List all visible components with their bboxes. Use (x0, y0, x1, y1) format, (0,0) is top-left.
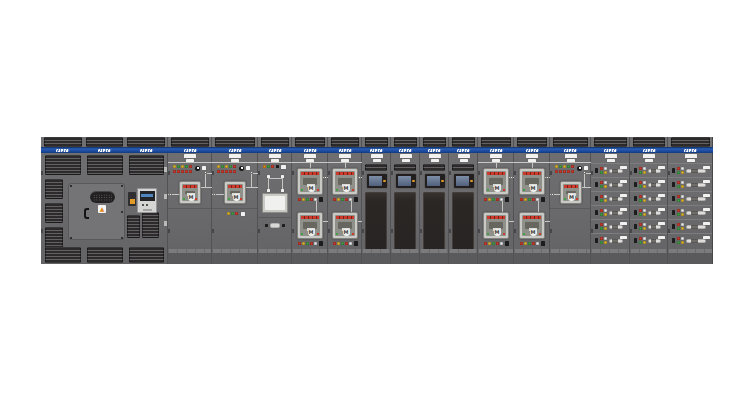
acb-double-section-2: MM (328, 137, 362, 264)
indicator-led-red (532, 242, 535, 245)
indicator-led-red (496, 198, 499, 201)
indicator-led-green (600, 213, 603, 216)
brand-band (41, 147, 713, 153)
aux-switch (541, 241, 545, 246)
door-screw (121, 211, 123, 213)
hinge-tab (164, 167, 167, 172)
feeder-switch (595, 210, 598, 215)
drawout-breaker-module: M (332, 212, 358, 239)
section-nameplate (645, 159, 653, 162)
indicator-led-green (528, 242, 531, 245)
label-tag (281, 165, 286, 169)
indicator-led-yellow (302, 198, 305, 201)
transformer-box-face (265, 196, 285, 210)
disconnect-handle (609, 169, 623, 173)
indicator-led-red (181, 170, 184, 173)
unit-label-tag (620, 236, 627, 239)
acb-double-section-4: MM (514, 137, 550, 264)
indicator-led-red (345, 242, 348, 245)
mcc-feeder-section-2 (630, 137, 668, 264)
indicator-led-white (681, 237, 684, 240)
section-nameplate (565, 154, 577, 158)
door-handle-hook (84, 208, 89, 219)
indicator-led-red (185, 170, 188, 173)
base-plinth (449, 253, 477, 264)
indicator-led-red (298, 242, 301, 245)
breaker-trip-led (576, 198, 578, 200)
motor-symbol: M (494, 229, 501, 236)
drawout-breaker-module: M (297, 168, 323, 195)
drawout-breaker-module: M (483, 212, 509, 239)
meter-screen-stripe (141, 194, 153, 197)
section-nameplate (685, 154, 697, 158)
indicator-led-yellow (681, 199, 684, 202)
indicator-led-yellow (604, 171, 607, 174)
breaker-trip-led (195, 198, 197, 200)
disconnect-handle (648, 225, 661, 229)
acb-double-section-3: MM (478, 137, 514, 264)
indicator-led-white (681, 167, 684, 170)
aux-switch (319, 197, 323, 202)
section-nameplate (339, 154, 351, 158)
motor-symbol: M (568, 194, 575, 201)
drawout-breaker-module: M (519, 168, 545, 195)
indicator-led-red (639, 167, 642, 170)
feeder-unit-row (591, 219, 629, 233)
hinge-tab (164, 194, 167, 199)
hinge-screw (41, 171, 43, 175)
indicator-led-red (233, 165, 236, 168)
unit-label-tag (703, 166, 710, 169)
disconnect-handle (648, 211, 661, 215)
hinge-screw (362, 229, 364, 233)
mimic-line-h (258, 162, 292, 163)
indicator-led-yellow (681, 185, 684, 188)
unit-label-tag (658, 208, 665, 211)
indicator-led-yellow (604, 199, 607, 202)
door-screw (121, 185, 123, 187)
mimic-line-h (582, 187, 592, 188)
indicator-led-white (643, 223, 646, 226)
louver-vent (45, 155, 81, 175)
roof-vent (481, 137, 511, 147)
indicator-led-yellow (302, 242, 305, 245)
breaker-trip-bar (301, 216, 319, 219)
unit-label-tag (620, 222, 627, 225)
hinge-screw (362, 171, 364, 175)
indicator-led-green (185, 165, 188, 168)
brand-wordmark-icon (399, 149, 413, 152)
indicator-led-yellow (643, 185, 646, 188)
indicator-led-red (271, 165, 274, 168)
indicator-led-red (235, 212, 238, 215)
louver-vent (142, 212, 159, 238)
indicator-led-red (639, 223, 642, 226)
mimic-junction (510, 176, 513, 179)
hinge-screw (550, 229, 552, 233)
indicator-led-yellow (488, 242, 491, 245)
indicator-led-green (600, 199, 603, 202)
control-door-section-1 (362, 137, 391, 264)
section-nameplate (526, 154, 538, 158)
indicator-led-yellow (524, 242, 527, 245)
indicator-led-red (559, 170, 562, 173)
indicator-led-red (639, 209, 642, 212)
indicator-led-white (604, 167, 607, 170)
indicator-led-red (233, 170, 236, 173)
breaker-trip-bar (336, 172, 354, 175)
indicator-led-green (231, 212, 234, 215)
indicator-led-yellow (604, 185, 607, 188)
disconnect-handle (686, 211, 706, 215)
door-seam (550, 208, 590, 209)
aux-switch (319, 241, 323, 246)
feeder-switch (672, 168, 675, 173)
base-plinth (212, 253, 257, 264)
feeder-switch (672, 196, 675, 201)
indicator-led-green (600, 241, 603, 244)
section-nameplate (373, 159, 381, 162)
label-tag (241, 212, 245, 216)
mimic-line-v (205, 173, 206, 187)
indicator-led-yellow (563, 165, 566, 168)
indicator-led-white (643, 181, 646, 184)
section-nameplate (400, 154, 412, 158)
louver-vent (394, 164, 416, 171)
feeder-switch (672, 224, 675, 229)
